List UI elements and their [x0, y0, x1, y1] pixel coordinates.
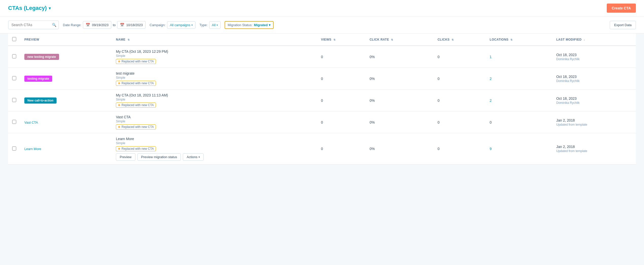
select-all-col	[8, 34, 20, 46]
click-rate-sort-icon: ⇅	[391, 38, 393, 41]
views-value: 0	[321, 147, 323, 151]
last-modified-date: Oct 18, 2023	[556, 96, 632, 101]
views-cell: 0	[317, 68, 366, 90]
clicks-col-header[interactable]: CLICKS ⇅	[434, 34, 486, 46]
replaced-badge: Replaced with new CTA	[116, 103, 156, 108]
replaced-dot-icon	[118, 60, 120, 62]
click-rate-col-header[interactable]: CLICK RATE ⇅	[366, 34, 434, 46]
last-modified-cell: Jan 2, 2018Updated from template	[552, 133, 636, 164]
clicks-cell: 0	[434, 90, 486, 111]
click-rate-value: 0%	[370, 120, 375, 124]
action-btns: Preview Preview migration status Actions…	[116, 153, 313, 161]
cta-type: Simple	[116, 76, 313, 79]
name-cell: Vast CTASimpleReplaced with new CTA	[112, 111, 317, 133]
views-cell: 0	[317, 111, 366, 133]
type-dropdown[interactable]: All ▾	[209, 21, 221, 29]
last-modified-date: Oct 18, 2023	[556, 53, 632, 57]
locations-link[interactable]: 1	[490, 55, 492, 59]
cta-name: My CTA (Oct 18, 2023 12:29 PM)	[116, 49, 313, 54]
views-cell: 0	[317, 46, 366, 68]
row-checkbox-cell	[8, 133, 20, 164]
create-cta-button[interactable]: Create CTA	[607, 4, 636, 13]
search-input[interactable]	[8, 21, 59, 29]
views-value: 0	[321, 55, 323, 59]
clicks-col-label: CLICKS	[438, 38, 450, 41]
views-cell: 0	[317, 133, 366, 164]
title-chevron-icon[interactable]: ▾	[49, 6, 51, 11]
date-end-value: 10/18/2023	[126, 23, 143, 27]
row-checkbox-cell	[8, 46, 20, 68]
preview-migration-status-button[interactable]: Preview migration status	[137, 153, 181, 161]
campaign-dropdown[interactable]: All campaigns ▾	[167, 21, 195, 29]
click-rate-cell: 0%	[366, 68, 434, 90]
clicks-value: 0	[438, 98, 440, 103]
clicks-cell: 0	[434, 68, 486, 90]
cta-badge: New call-to-action	[24, 97, 57, 104]
views-col-header[interactable]: VIEWS ⇅	[317, 34, 366, 46]
replaced-text: Replaced with new CTA	[121, 147, 154, 151]
calendar-icon-end: 📅	[120, 23, 124, 27]
preview-cell: Vast CTA	[20, 111, 112, 133]
campaign-filter-group: Campaign: All campaigns ▾	[150, 21, 195, 29]
locations-cell: 9	[486, 133, 552, 164]
preview-link[interactable]: Vast CTA	[24, 121, 38, 124]
campaign-label: Campaign:	[150, 23, 166, 27]
ctas-table: PREVIEW NAME ⇅ VIEWS ⇅ CLICK RATE ⇅ CLIC…	[8, 34, 636, 164]
last-modified-col-header[interactable]: LAST MODIFIED ↓	[552, 34, 636, 46]
preview-col-header: PREVIEW	[20, 34, 112, 46]
replaced-badge: Replaced with new CTA	[116, 146, 156, 151]
actions-chevron-icon: ▾	[199, 156, 200, 158]
locations-link[interactable]: 2	[490, 98, 492, 103]
select-all-checkbox[interactable]	[12, 37, 16, 41]
date-start-picker[interactable]: 📅 09/19/2023	[83, 21, 111, 29]
clicks-sort-icon: ⇅	[452, 38, 454, 41]
migration-status-dropdown[interactable]: Migrated ▾	[254, 23, 271, 27]
row-checkbox[interactable]	[12, 76, 16, 80]
table-row: New call-to-actionMy CTA (Oct 18, 2023 1…	[8, 90, 636, 111]
filters-bar: 🔍 Date Range: 📅 09/19/2023 to 📅 10/18/20…	[0, 16, 644, 34]
click-rate-cell: 0%	[366, 111, 434, 133]
preview-link[interactable]: Learn More	[24, 147, 41, 151]
export-data-button[interactable]: Export Data	[610, 21, 636, 29]
table-row: new testing migrateMy CTA (Oct 18, 2023 …	[8, 46, 636, 68]
click-rate-value: 0%	[370, 55, 375, 59]
name-cell: Learn MoreSimpleReplaced with new CTA Pr…	[112, 133, 317, 164]
replaced-dot-icon	[118, 82, 120, 84]
views-col-label: VIEWS	[321, 38, 331, 41]
row-checkbox-cell	[8, 68, 20, 90]
date-range-to: to	[113, 23, 116, 27]
locations-col-header[interactable]: LOCATIONS ⇅	[486, 34, 552, 46]
click-rate-value: 0%	[370, 77, 375, 81]
replaced-dot-icon	[118, 148, 120, 150]
actions-dropdown-button[interactable]: Actions ▾	[183, 153, 204, 161]
locations-link[interactable]: 2	[490, 77, 492, 81]
replaced-text: Replaced with new CTA	[121, 60, 154, 63]
page-title: CTAs (Legacy) ▾	[8, 5, 51, 11]
campaign-value: All campaigns	[170, 23, 190, 27]
row-checkbox[interactable]	[12, 146, 16, 151]
click-rate-col-label: CLICK RATE	[370, 38, 389, 41]
replaced-dot-icon	[118, 126, 120, 128]
name-col-header[interactable]: NAME ⇅	[112, 34, 317, 46]
row-checkbox[interactable]	[12, 120, 16, 124]
preview-button[interactable]: Preview	[116, 153, 135, 161]
preview-cell: testing migrate	[20, 68, 112, 90]
cta-type: Simple	[116, 54, 313, 58]
row-checkbox-cell	[8, 111, 20, 133]
locations-link[interactable]: 9	[490, 147, 492, 151]
type-chevron-icon: ▾	[217, 24, 218, 26]
row-checkbox[interactable]	[12, 54, 16, 58]
date-end-picker[interactable]: 📅 10/18/2023	[117, 21, 146, 29]
cta-name: Learn More	[116, 137, 313, 141]
row-checkbox[interactable]	[12, 98, 16, 102]
cta-badge: new testing migrate	[24, 54, 59, 60]
click-rate-value: 0%	[370, 98, 375, 103]
preview-cell: New call-to-action	[20, 90, 112, 111]
preview-col-label: PREVIEW	[24, 38, 39, 41]
locations-sort-icon: ⇅	[510, 38, 513, 41]
clicks-cell: 0	[434, 111, 486, 133]
views-value: 0	[321, 77, 323, 81]
last-modified-by: Dominika Rychlik	[556, 79, 632, 83]
type-label: Type:	[200, 23, 208, 27]
cta-name: Vast CTA	[116, 115, 313, 119]
